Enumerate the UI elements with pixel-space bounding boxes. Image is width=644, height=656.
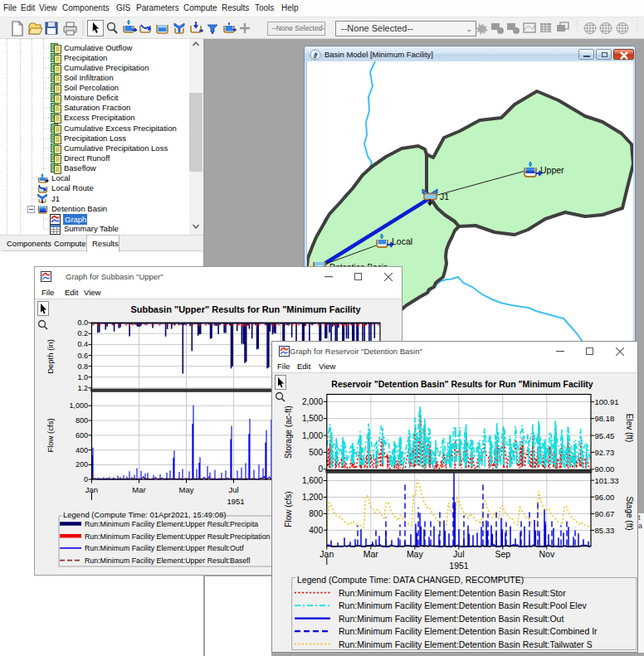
svg-text:0.4: 0.4: [77, 340, 88, 348]
svg-text:Run:Minimum Facility Element:U: Run:Minimum Facility Element:Upper Resul…: [85, 556, 251, 565]
svg-text:Flow (cfs): Flow (cfs): [284, 491, 293, 527]
svg-text:0.8: 0.8: [77, 362, 88, 371]
svg-text:95.45: 95.45: [595, 431, 615, 440]
svg-text:1.2: 1.2: [77, 384, 88, 392]
svg-text:1,200: 1,200: [302, 493, 323, 502]
svg-text:Subbasin "Upper" Results for R: Subbasin "Upper" Results for Run "Minimu…: [130, 304, 361, 314]
svg-text:1,000: 1,000: [69, 401, 88, 410]
svg-text:Run:Minimum Facility Element:D: Run:Minimum Facility Element:Detention B…: [339, 639, 593, 649]
svg-text:400: 400: [76, 446, 88, 454]
svg-text:90.00: 90.00: [595, 464, 615, 474]
svg-text:Run:Minimum Facility Element:D: Run:Minimum Facility Element:Detention B…: [339, 600, 588, 610]
svg-text:Run:Minimum Facility Element:U: Run:Minimum Facility Element:Upper Resul…: [85, 532, 276, 541]
svg-text:0.2: 0.2: [77, 329, 88, 338]
svg-text:800: 800: [76, 416, 88, 425]
svg-text:500: 500: [309, 448, 323, 457]
svg-text:Storage (ac-ft): Storage (ac-ft): [284, 406, 293, 459]
svg-text:Elev (ft): Elev (ft): [625, 414, 634, 442]
svg-text:1,500: 1,500: [302, 414, 323, 423]
svg-text:600: 600: [76, 431, 88, 440]
svg-text:Reservoir "Detention Basin" Re: Reservoir "Detention Basin" Results for …: [331, 379, 593, 389]
svg-text:98.18: 98.18: [595, 414, 615, 423]
svg-text:Upper: Upper: [540, 165, 564, 175]
svg-text:Run:Minimum Facility Element:D: Run:Minimum Facility Element:Detention B…: [339, 614, 564, 624]
svg-text:Legend (Compute Time: 01Apr202: Legend (Compute Time: 01Apr2021, 15:49:0…: [63, 510, 226, 519]
svg-text:J1: J1: [440, 192, 449, 202]
svg-text:1951: 1951: [449, 561, 469, 571]
svg-text:Stage (ft): Stage (ft): [625, 496, 634, 530]
svg-text:2,000: 2,000: [302, 397, 323, 406]
svg-text:400: 400: [309, 526, 323, 535]
svg-text:Jul: Jul: [453, 549, 464, 559]
svg-text:92.73: 92.73: [595, 448, 615, 457]
svg-text:0.0: 0.0: [77, 318, 88, 327]
svg-text:200: 200: [76, 460, 88, 469]
svg-text:800: 800: [309, 509, 323, 518]
svg-text:0.6: 0.6: [77, 352, 88, 360]
svg-text:Depth (in): Depth (in): [46, 339, 55, 374]
svg-text:Mar: Mar: [363, 549, 379, 559]
svg-text:Mar: Mar: [132, 485, 145, 494]
svg-text:Local: Local: [392, 236, 412, 246]
svg-text:96.00: 96.00: [595, 493, 615, 502]
svg-text:1951: 1951: [227, 497, 244, 506]
svg-text:Legend (Compute Time: DATA CHA: Legend (Compute Time: DATA CHANGED, RECO…: [297, 575, 524, 585]
svg-text:100.91: 100.91: [595, 397, 619, 406]
svg-text:90.67: 90.67: [595, 509, 615, 518]
svg-text:1.0: 1.0: [77, 373, 88, 381]
svg-text:Run:Minimum Facility Element:U: Run:Minimum Facility Element:Upper Resul…: [85, 520, 258, 528]
svg-text:Sep: Sep: [495, 549, 510, 559]
svg-text:0: 0: [318, 464, 323, 474]
svg-text:Run:Minimum Facility Element:D: Run:Minimum Facility Element:Detention B…: [339, 626, 598, 636]
svg-text:1,000: 1,000: [302, 431, 323, 440]
svg-text:May: May: [407, 549, 424, 559]
svg-text:May: May: [179, 485, 194, 494]
svg-text:101.33: 101.33: [595, 476, 619, 485]
svg-text:Flow (cfs): Flow (cfs): [46, 418, 55, 452]
svg-text:1,600: 1,600: [302, 476, 323, 485]
svg-text:0: 0: [84, 475, 88, 483]
svg-text:Run:Minimum Facility Element:U: Run:Minimum Facility Element:Upper Resul…: [85, 544, 244, 552]
svg-text:85.33: 85.33: [595, 526, 615, 535]
svg-text:Nov: Nov: [539, 549, 554, 559]
svg-text:Run:Minimum Facility Element:D: Run:Minimum Facility Element:Detention B…: [339, 588, 566, 598]
svg-text:Jul: Jul: [228, 485, 238, 494]
